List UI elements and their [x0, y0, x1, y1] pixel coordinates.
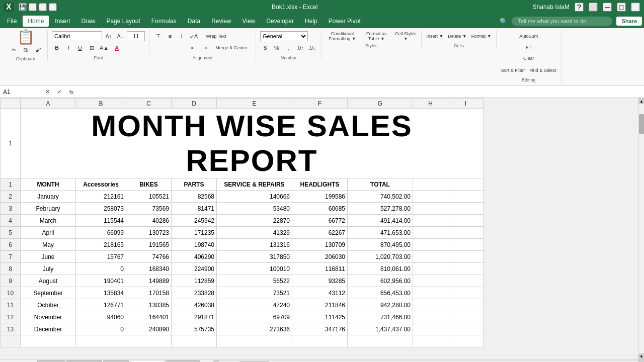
cell-i8[interactable]: [448, 263, 484, 275]
row-header-4[interactable]: 4: [1, 215, 21, 227]
cell-b14[interactable]: [76, 335, 126, 347]
cell-c2[interactable]: 105521: [126, 191, 172, 203]
row-header-14[interactable]: [1, 335, 21, 347]
cell-a10[interactable]: September: [21, 287, 76, 299]
col-header-a[interactable]: A: [21, 99, 76, 109]
col-header-b[interactable]: B: [76, 99, 126, 109]
spreadsheet-title[interactable]: MONTH WISE SALES REPORT: [21, 109, 484, 178]
cell-i7[interactable]: [448, 251, 484, 263]
cell-e4[interactable]: 22870: [217, 215, 292, 227]
cell-d10[interactable]: 233828: [172, 287, 217, 299]
sort-filter-button[interactable]: Sort & Filter: [500, 65, 527, 75]
menu-item-help[interactable]: Help: [300, 16, 323, 27]
row-header-9[interactable]: 9: [1, 275, 21, 287]
cell-a4[interactable]: March: [21, 215, 76, 227]
cell-b8[interactable]: 0: [76, 263, 126, 275]
cell-a12[interactable]: November: [21, 311, 76, 323]
cell-g2[interactable]: 740,502.00: [348, 191, 413, 203]
vertical-scrollbar[interactable]: ▲ ▼: [638, 98, 644, 359]
customize-button[interactable]: ▼: [49, 3, 57, 11]
cell-b2[interactable]: 212161: [76, 191, 126, 203]
align-bottom-button[interactable]: ⊥: [177, 31, 187, 41]
cell-e3[interactable]: 53480: [217, 203, 292, 215]
insert-function-button[interactable]: fx: [66, 87, 76, 97]
cell-c9[interactable]: 149889: [126, 275, 172, 287]
copy-button[interactable]: ⧉: [20, 45, 31, 54]
align-top-button[interactable]: ⊤: [153, 31, 164, 41]
minimize-button[interactable]: ─: [603, 3, 612, 12]
cell-a7[interactable]: June: [21, 251, 76, 263]
cell-b10[interactable]: 135834: [76, 287, 126, 299]
cell-d11[interactable]: 426038: [172, 299, 217, 311]
cell-styles-button[interactable]: Cell Styles ▼: [393, 31, 418, 41]
horizontal-scrollbar[interactable]: ◀ ▶: [213, 360, 644, 362]
cell-c5[interactable]: 130723: [126, 227, 172, 239]
cell-b7[interactable]: 15767: [76, 251, 126, 263]
borders-button[interactable]: ⊞: [87, 43, 97, 53]
menu-item-review[interactable]: Review: [206, 16, 236, 27]
cell-e6[interactable]: 131316: [217, 239, 292, 251]
format-cells-button[interactable]: Format ▼: [470, 31, 493, 41]
fill-color-button[interactable]: A▲: [98, 43, 110, 53]
delete-cells-button[interactable]: Delete ▼: [446, 31, 468, 41]
cell-g10[interactable]: 656,453.00: [348, 287, 413, 299]
cell-f5[interactable]: 62267: [292, 227, 348, 239]
cell-f4[interactable]: 66772: [292, 215, 348, 227]
maximize-button[interactable]: □: [617, 3, 626, 12]
cell-e9[interactable]: 56522: [217, 275, 292, 287]
find-select-button[interactable]: Find & Select: [528, 65, 558, 75]
cell-b9[interactable]: 190401: [76, 275, 126, 287]
italic-button[interactable]: I: [63, 43, 73, 53]
cell-i6[interactable]: [448, 239, 484, 251]
cell-h11[interactable]: [413, 299, 448, 311]
cell-f10[interactable]: 43112: [292, 287, 348, 299]
cell-a1[interactable]: MONTH: [21, 178, 76, 191]
cell-b11[interactable]: 126771: [76, 299, 126, 311]
share-button[interactable]: Share: [616, 17, 642, 26]
cell-g1[interactable]: TOTAL: [348, 178, 413, 191]
percent-button[interactable]: %: [272, 43, 282, 53]
cell-f7[interactable]: 206030: [292, 251, 348, 263]
cell-e10[interactable]: 73521: [217, 287, 292, 299]
cell-f11[interactable]: 211846: [292, 299, 348, 311]
indent-decrease-button[interactable]: ⇤: [188, 43, 198, 53]
cell-c1[interactable]: BIKES: [126, 178, 172, 191]
menu-item-formulas[interactable]: Formulas: [146, 16, 182, 27]
scroll-thumb[interactable]: [639, 114, 644, 134]
cell-d13[interactable]: 575735: [172, 323, 217, 335]
row-header-5[interactable]: 5: [1, 227, 21, 239]
cell-i10[interactable]: [448, 287, 484, 299]
merge-center-button[interactable]: Merge & Center: [211, 43, 252, 53]
cell-d7[interactable]: 406290: [172, 251, 217, 263]
cell-a8[interactable]: July: [21, 263, 76, 275]
menu-item-home[interactable]: Home: [23, 16, 49, 27]
menu-item-data[interactable]: Data: [183, 16, 205, 27]
cut-button[interactable]: ✂: [8, 45, 19, 54]
col-header-d[interactable]: D: [172, 99, 217, 109]
ribbon-display-button[interactable]: ⬜: [589, 3, 598, 12]
cell-c11[interactable]: 130385: [126, 299, 172, 311]
row-header-1[interactable]: 1: [1, 178, 21, 191]
row-header-3[interactable]: 3: [1, 203, 21, 215]
formula-input[interactable]: [78, 86, 644, 98]
cell-c8[interactable]: 168340: [126, 263, 172, 275]
cell-h7[interactable]: [413, 251, 448, 263]
cell-i1[interactable]: [448, 178, 484, 191]
cell-h9[interactable]: [413, 275, 448, 287]
cancel-formula-button[interactable]: ✕: [42, 87, 52, 97]
font-color-button[interactable]: A: [112, 43, 122, 53]
scroll-right-button[interactable]: ▶: [638, 360, 644, 363]
cell-g14[interactable]: [348, 335, 413, 347]
row-header-6[interactable]: 6: [1, 239, 21, 251]
menu-item-developer[interactable]: Developer: [261, 16, 299, 27]
row-header-11[interactable]: 11: [1, 299, 21, 311]
cell-h6[interactable]: [413, 239, 448, 251]
cell-b1[interactable]: Accessories: [76, 178, 126, 191]
cell-h14[interactable]: [413, 335, 448, 347]
sheet-tab-sheet5[interactable]: Sheet5: [166, 360, 200, 362]
cell-a6[interactable]: May: [21, 239, 76, 251]
col-header-f[interactable]: F: [292, 99, 348, 109]
cell-c10[interactable]: 170158: [126, 287, 172, 299]
cell-f1[interactable]: HEADLIGHTS: [292, 178, 348, 191]
search-input[interactable]: [512, 17, 612, 26]
